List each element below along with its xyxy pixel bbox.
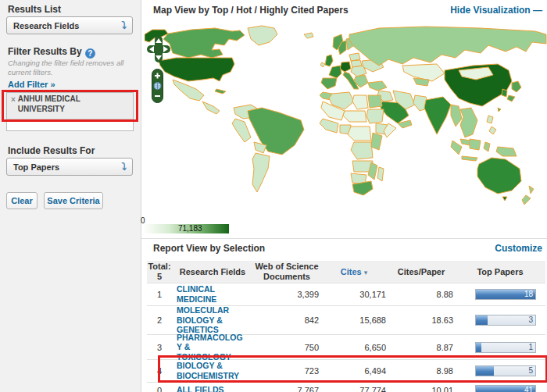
germany-region[interactable] [340, 62, 351, 72]
column-header-wos-documents[interactable]: Web of Science Documents [253, 262, 320, 281]
madagascar-region[interactable] [377, 167, 384, 181]
korea-region[interactable] [502, 89, 507, 97]
zoom-out-icon [155, 95, 160, 97]
niger-chad-region[interactable] [343, 111, 366, 122]
rank-cell: 3 [147, 343, 172, 352]
vietnam-thailand-region[interactable] [460, 108, 477, 137]
add-filter-link[interactable]: Add Filter » [8, 80, 55, 89]
central-africa-region[interactable] [348, 127, 371, 141]
argentina-region[interactable] [252, 153, 270, 192]
java-region[interactable] [462, 156, 477, 161]
include-results-dropdown[interactable]: Top Papers ⤵ [6, 158, 133, 176]
myanmar-region[interactable] [451, 105, 462, 127]
canada-region[interactable] [163, 28, 245, 58]
active-filters-listbox: × ANHUI MEDICAL UNIVERSITY [6, 92, 134, 131]
results-list-selected: Research Fields [7, 21, 122, 30]
clear-button[interactable]: Clear [6, 192, 38, 209]
spain-region[interactable] [321, 78, 337, 89]
turkey-region[interactable] [368, 81, 387, 91]
taiwan-region[interactable] [498, 108, 501, 112]
mexico-region[interactable] [173, 80, 204, 101]
top-papers-bar: 1 [475, 342, 536, 353]
top-papers-bar: 3 [475, 315, 536, 326]
filter-note: Changing the filter field removes all cu… [8, 59, 131, 78]
japan-south-region[interactable] [507, 95, 515, 102]
cites-cell: 30,171 [320, 290, 388, 299]
chevron-down-icon: ⤵ [122, 161, 133, 173]
column-header-cites[interactable]: Cites ▾ [320, 267, 388, 277]
tasmania-region[interactable] [502, 197, 507, 201]
philippines-n-region[interactable] [487, 116, 493, 123]
baltics-region[interactable] [349, 53, 360, 61]
france-region[interactable] [329, 66, 341, 78]
remove-filter-icon[interactable]: × [11, 95, 16, 119]
egypt-region[interactable] [368, 95, 382, 108]
field-link-molecular-biology-genetics[interactable]: MOLECULAR BIOLOGY & GENETICS [177, 305, 229, 334]
cites-cell: 6,494 [320, 366, 388, 376]
rank-cell: 4 [147, 366, 172, 376]
cites-per-paper-cell: 8.98 [388, 366, 455, 376]
libya-region[interactable] [352, 95, 368, 109]
cites-per-paper-cell: 8.87 [388, 343, 455, 352]
chevron-down-icon: ⤵ [122, 20, 133, 31]
customize-link[interactable]: Customize [495, 243, 542, 254]
cuba-region[interactable] [215, 89, 226, 94]
rank-cell: 2 [147, 315, 172, 325]
rank-cell: 0 [147, 386, 172, 392]
sudan-region[interactable] [366, 109, 384, 123]
column-header-research-fields[interactable]: Research Fields [172, 267, 253, 277]
table-row: 2 MOLECULAR BIOLOGY & GENETICS 842 15,68… [147, 305, 545, 334]
wos-documents-cell: 3,399 [253, 290, 320, 299]
ireland-region[interactable] [320, 62, 325, 67]
section-divider [141, 238, 547, 239]
nz-south-region[interactable] [522, 195, 531, 205]
sulawesi-region[interactable] [484, 142, 490, 151]
results-list-heading: Results List [8, 4, 61, 15]
uzbekistan-region[interactable] [413, 78, 429, 86]
legend-gradient-bar: 71,183 [143, 224, 229, 233]
drc-region[interactable] [351, 142, 373, 159]
column-header-cites-per-paper[interactable]: Cites/Paper [388, 267, 455, 277]
cites-per-paper-cell: 8.88 [388, 290, 455, 299]
kazakhstan-region[interactable] [402, 64, 445, 81]
save-criteria-button[interactable]: Save Criteria [44, 192, 103, 209]
help-icon[interactable]: ? [85, 48, 95, 59]
australia-region[interactable] [477, 158, 521, 194]
field-link-clinical-medicine[interactable]: CLINICAL MEDICINE [177, 284, 216, 304]
include-results-selected: Top Papers [7, 162, 122, 172]
world-choropleth-map[interactable] [145, 23, 547, 219]
map-zoom-control[interactable] [152, 69, 163, 103]
peru-region[interactable] [232, 119, 251, 142]
map-pan-control[interactable] [147, 36, 170, 63]
results-list-dropdown[interactable]: Research Fields ⤵ [6, 16, 133, 34]
central-america-region[interactable] [202, 102, 220, 114]
india-region[interactable] [424, 97, 451, 134]
kenya-tanzania-region[interactable] [371, 133, 382, 150]
column-header-top-papers[interactable]: Top Papers [455, 267, 545, 277]
sumatra-region[interactable] [451, 141, 462, 155]
japan-north-region[interactable] [512, 81, 521, 92]
uk-region[interactable] [325, 55, 333, 66]
field-link-biology-biochemistry[interactable]: BIOLOGY & BIOCHEMISTRY [177, 361, 239, 380]
nz-north-region[interactable] [529, 186, 534, 194]
wos-documents-cell: 750 [253, 343, 320, 352]
top-papers-bar: 41 [475, 385, 536, 392]
field-link-pharmacology-toxicology[interactable]: PHARMACOLOG Y & TOXICOLOGY [177, 333, 243, 362]
west-africa-region[interactable] [320, 119, 338, 133]
rank-cell: 1 [147, 290, 172, 299]
filter-chip-label: ANHUI MEDICAL UNIVERSITY [18, 94, 80, 119]
cites-cell: 15,688 [320, 315, 388, 325]
table-header-row: Total:5 Research Fields Web of Science D… [147, 261, 545, 283]
philippines-s-region[interactable] [489, 127, 496, 134]
filter-chip-anhui-medical-university[interactable]: × ANHUI MEDICAL UNIVERSITY [7, 93, 133, 119]
hide-visualization-link[interactable]: Hide Visualization — [450, 5, 542, 16]
field-link-all-fields[interactable]: ALL FIELDS [177, 385, 223, 392]
borneo-region[interactable] [470, 139, 481, 150]
iceland-region[interactable] [304, 33, 313, 38]
table-row-highlighted: 4 BIOLOGY & BIOCHEMISTRY 723 6,494 8.98 … [147, 359, 545, 382]
new-guinea-region[interactable] [496, 147, 517, 156]
greenland-region[interactable] [248, 26, 277, 45]
russia-region[interactable] [349, 27, 546, 66]
table-row: 0 ALL FIELDS 7,767 77,774 10.01 41 [147, 382, 545, 392]
include-results-heading: Include Results For [8, 145, 95, 156]
